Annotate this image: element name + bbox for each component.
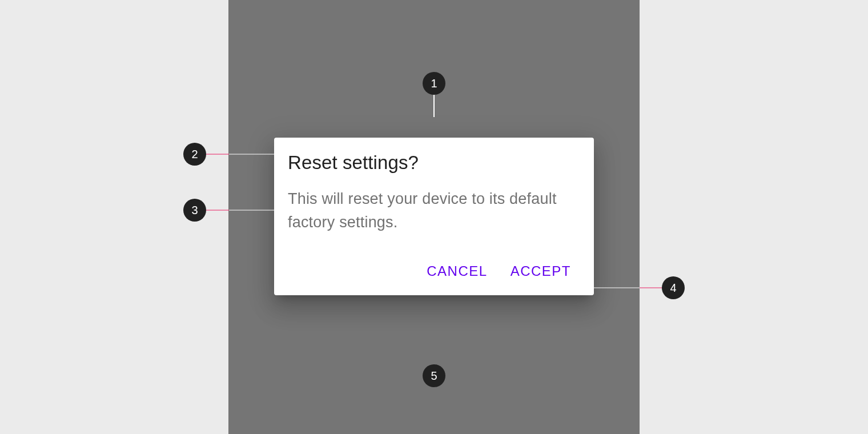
accept-button[interactable]: Accept — [501, 256, 580, 286]
dialog-actions: Cancel Accept — [288, 256, 580, 291]
annotation-badge-1: 1 — [423, 72, 445, 95]
annotation-badge-5: 5 — [423, 364, 445, 387]
annotation-badge-2: 2 — [183, 143, 206, 166]
cancel-button[interactable]: Cancel — [417, 256, 496, 286]
dialog-container: Reset settings? This will reset your dev… — [274, 138, 594, 296]
annotation-badge-3: 3 — [183, 199, 206, 222]
annotation-badge-4: 4 — [662, 276, 685, 299]
dialog-title: Reset settings? — [288, 151, 580, 174]
dialog-supporting-text: This will reset your device to its defau… — [288, 187, 580, 234]
